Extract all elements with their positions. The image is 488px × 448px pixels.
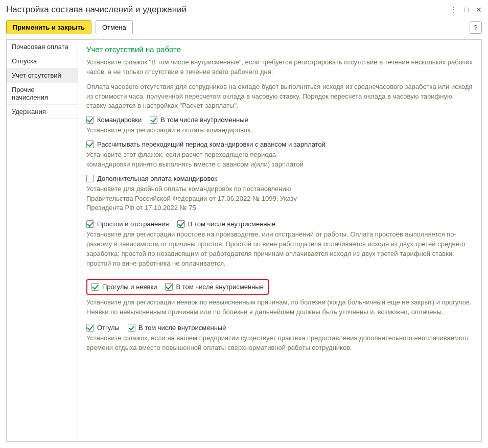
trips-extra-checkbox[interactable]: Дополнительная оплата командировок <box>86 175 217 182</box>
trips-intra-label: В том числе внутрисменные <box>160 116 248 124</box>
intro-text-2: Оплата часового отсутствия для сотрудник… <box>86 82 473 111</box>
comp-label: Отгулы <box>97 324 120 332</box>
comp-intra-checkbox[interactable]: В том числе внутрисменные <box>128 324 226 332</box>
trips-checkbox[interactable]: Командировки <box>86 116 142 124</box>
content-heading: Учет отсутствий на работе <box>86 45 473 54</box>
absences-checkbox[interactable]: Прогулы и неявки <box>91 283 157 291</box>
maximize-icon[interactable]: □ <box>464 6 469 13</box>
checkbox-icon <box>91 283 99 291</box>
downtime-label: Простои и отстранения <box>97 220 169 228</box>
help-button[interactable]: ? <box>470 21 482 34</box>
trips-intra-checkbox[interactable]: В том числе внутрисменные <box>150 116 248 124</box>
trips-period-checkbox[interactable]: Рассчитывать переходящий период командир… <box>86 140 326 148</box>
absences-intra-label: В том числе внутрисменные <box>176 283 263 291</box>
trips-period-label: Рассчитывать переходящий период командир… <box>97 140 326 148</box>
comp-desc: Установите флажок, если на вашем предпри… <box>86 334 473 353</box>
content-panel: Учет отсутствий на работе Установите фла… <box>78 40 481 441</box>
comp-intra-label: В том числе внутрисменные <box>138 324 226 332</box>
sidebar-item-other[interactable]: Прочие начисления <box>7 83 78 105</box>
absences-desc: Установите для регистрации неявок по нев… <box>86 298 473 317</box>
close-icon[interactable]: ✕ <box>476 6 482 13</box>
sidebar-item-absences[interactable]: Учет отсутствий <box>7 68 78 83</box>
apply-close-button[interactable]: Применить и закрыть <box>6 20 91 34</box>
absences-intra-checkbox[interactable]: В том числе внутрисменные <box>165 283 263 291</box>
trips-desc: Установите для регистрации и оплаты кома… <box>86 126 473 135</box>
sidebar-item-vacations[interactable]: Отпуска <box>7 54 78 68</box>
sidebar-item-deductions[interactable]: Удержания <box>7 105 78 119</box>
checkbox-icon <box>177 220 185 228</box>
checkbox-icon <box>150 116 157 124</box>
checkbox-icon <box>86 220 94 228</box>
trips-label: Командировки <box>97 116 142 124</box>
checkbox-icon <box>86 324 94 332</box>
trips-extra-label: Дополнительная оплата командировок <box>97 175 217 182</box>
trips-period-desc: Установите этот флажок, если расчет пере… <box>86 150 306 170</box>
sidebar: Почасовая оплата Отпуска Учет отсутствий… <box>7 40 78 441</box>
checkbox-icon <box>165 283 173 291</box>
downtime-intra-label: В том числе внутрисменные <box>188 220 275 228</box>
toolbar: Применить и закрыть Отмена ? <box>0 17 488 39</box>
cancel-button[interactable]: Отмена <box>96 20 133 34</box>
kebab-icon[interactable]: ⋮ <box>450 6 457 13</box>
checkbox-icon <box>86 175 94 182</box>
intro-text-1: Установите флажок "В том числе внутрисме… <box>86 58 473 77</box>
checkbox-icon <box>128 324 135 332</box>
titlebar: Настройка состава начислений и удержаний… <box>0 0 488 17</box>
window-title: Настройка состава начислений и удержаний <box>6 5 450 15</box>
comp-checkbox[interactable]: Отгулы <box>86 324 120 332</box>
trips-extra-desc: Установите для двойной оплаты командиров… <box>86 184 306 214</box>
downtime-intra-checkbox[interactable]: В том числе внутрисменные <box>177 220 275 228</box>
checkbox-icon <box>86 116 94 124</box>
downtime-checkbox[interactable]: Простои и отстранения <box>86 220 169 228</box>
highlight-box: Прогулы и неявки В том числе внутрисменн… <box>86 279 269 295</box>
absences-label: Прогулы и неявки <box>102 283 157 291</box>
sidebar-item-hourly[interactable]: Почасовая оплата <box>7 40 78 54</box>
downtime-desc: Установите для регистрации простоев на п… <box>86 230 473 268</box>
checkbox-icon <box>86 140 94 148</box>
